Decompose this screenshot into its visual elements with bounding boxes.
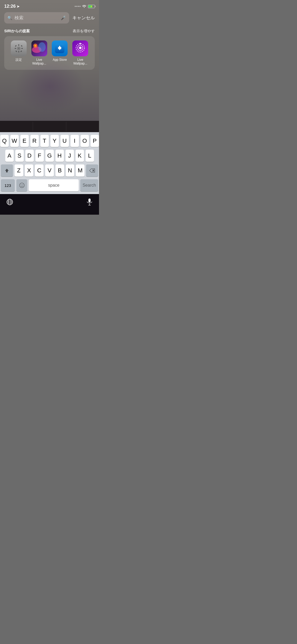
wallpaper1-label: Live Wallpap... <box>30 58 49 66</box>
search-bar[interactable]: 🔍 検索 🎤 <box>4 12 69 24</box>
key-B[interactable]: B <box>55 164 64 177</box>
key-X[interactable]: X <box>25 164 34 177</box>
key-D[interactable]: D <box>25 150 34 162</box>
key-Z[interactable]: Z <box>15 164 23 177</box>
key-W[interactable]: W <box>10 135 19 147</box>
key-M[interactable]: M <box>76 164 84 177</box>
key-K[interactable]: K <box>76 150 84 162</box>
app-wallpaper1[interactable]: Live Wallpap... <box>30 40 49 66</box>
key-row-1: Q W E R T Y U I O P <box>1 135 98 147</box>
svg-rect-30 <box>88 199 91 202</box>
cancel-button[interactable]: キャンセル <box>72 15 95 21</box>
search-placeholder[interactable]: 検索 <box>15 15 59 21</box>
space-key[interactable]: space <box>29 179 79 191</box>
appstore-icon <box>52 40 68 56</box>
status-icons: ⚡ <box>75 4 95 8</box>
keyboard-switcher-row <box>0 121 99 132</box>
key-O[interactable]: O <box>81 135 89 147</box>
key-Q[interactable]: Q <box>0 135 9 147</box>
emoji-key[interactable] <box>16 179 27 191</box>
keyboard: Q W E R T Y U I O P A S D F G H J K L <box>0 132 99 194</box>
wallpaper2-label: Live Wallpap... <box>71 58 90 66</box>
key-R[interactable]: R <box>30 135 39 147</box>
key-V[interactable]: V <box>45 164 54 177</box>
suggestions-title: SIRIからの提案 <box>4 29 30 34</box>
svg-rect-6 <box>21 45 23 47</box>
svg-rect-3 <box>15 48 16 49</box>
svg-rect-8 <box>20 50 22 52</box>
key-H[interactable]: H <box>55 150 64 162</box>
wifi-icon <box>82 4 86 8</box>
svg-rect-2 <box>18 51 19 53</box>
status-time: 12:26 ➤ <box>4 4 20 9</box>
backspace-key[interactable] <box>86 164 98 177</box>
key-L[interactable]: L <box>86 150 94 162</box>
time-display: 12:26 <box>4 4 16 9</box>
svg-point-23 <box>21 185 21 185</box>
status-bar: 12:26 ➤ ⚡ <box>0 0 99 10</box>
key-F[interactable]: F <box>35 150 44 162</box>
key-Y[interactable]: Y <box>50 135 59 147</box>
app-wallpaper2[interactable]: Live Wallpap... <box>71 40 90 66</box>
key-T[interactable]: T <box>40 135 49 147</box>
svg-point-13 <box>38 42 46 52</box>
key-N[interactable]: N <box>66 164 74 177</box>
svg-point-22 <box>20 183 24 188</box>
shift-key[interactable] <box>1 164 13 177</box>
battery-icon: ⚡ <box>88 5 95 8</box>
kb-switch-2[interactable] <box>33 122 66 131</box>
svg-point-24 <box>22 185 23 185</box>
key-C[interactable]: C <box>35 164 44 177</box>
key-A[interactable]: A <box>5 150 14 162</box>
keyboard-bottom-bar <box>0 194 99 215</box>
svg-rect-5 <box>15 45 17 47</box>
search-row: 🔍 検索 🎤 キャンセル <box>0 10 99 26</box>
signal-bars <box>75 6 81 7</box>
keyboard-area: Q W E R T Y U I O P A S D F G H J K L <box>0 121 99 215</box>
key-row-3: Z X C V B N M <box>1 164 98 177</box>
key-I[interactable]: I <box>70 135 79 147</box>
key-row-2: A S D F G H J K L <box>1 150 98 162</box>
app-settings[interactable]: 設定 <box>9 40 28 62</box>
microphone-icon[interactable]: 🎤 <box>61 15 66 20</box>
suggested-apps-grid: 設定 Live Wallp <box>4 36 95 70</box>
key-J[interactable]: J <box>65 150 74 162</box>
settings-label: 設定 <box>16 58 22 62</box>
wallpaper1-icon <box>31 40 47 56</box>
svg-point-21 <box>79 43 81 44</box>
wallpaper2-icon <box>72 40 88 56</box>
key-G[interactable]: G <box>45 150 54 162</box>
suggestions-header: SIRIからの提案 表示を増やす <box>4 29 95 34</box>
location-icon: ➤ <box>17 4 20 8</box>
suggestions-section: SIRIからの提案 表示を増やす <box>0 26 99 72</box>
show-more-button[interactable]: 表示を増やす <box>73 29 95 34</box>
key-U[interactable]: U <box>60 135 69 147</box>
svg-point-15 <box>35 45 36 47</box>
svg-rect-7 <box>15 50 17 52</box>
numbers-key[interactable]: 123 <box>1 179 15 191</box>
globe-icon[interactable] <box>6 199 13 207</box>
svg-point-10 <box>18 48 20 49</box>
key-S[interactable]: S <box>15 150 24 162</box>
microphone-bottom-icon[interactable] <box>86 198 93 207</box>
svg-point-20 <box>79 47 82 49</box>
key-P[interactable]: P <box>91 135 99 147</box>
search-icon: 🔍 <box>7 16 12 20</box>
kb-switch-1[interactable] <box>0 122 33 131</box>
settings-icon <box>11 40 27 56</box>
appstore-label: App Store <box>53 58 67 62</box>
svg-rect-1 <box>18 44 19 46</box>
key-E[interactable]: E <box>20 135 29 147</box>
key-row-4: 123 space Search <box>1 179 98 191</box>
svg-rect-4 <box>21 48 23 49</box>
search-key[interactable]: Search <box>80 179 98 191</box>
app-appstore[interactable]: App Store <box>50 40 69 62</box>
kb-switch-3[interactable] <box>66 122 99 131</box>
